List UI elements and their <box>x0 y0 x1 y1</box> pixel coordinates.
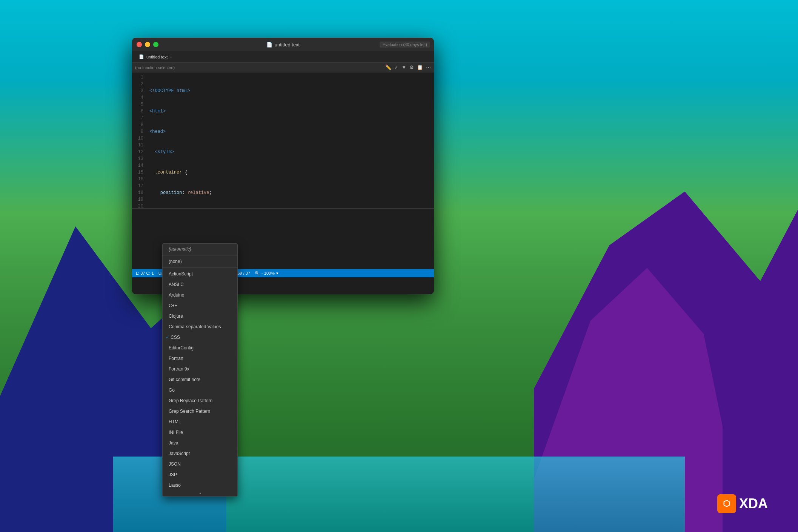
xda-icon: ⬡ <box>717 494 736 513</box>
dropdown-item-none[interactable]: (none) <box>163 256 237 267</box>
dropdown-item-javascript[interactable]: JavaScript <box>163 448 237 459</box>
dropdown-item-go[interactable]: Go <box>163 385 237 395</box>
dropdown-item-fortran[interactable]: Fortran <box>163 353 237 364</box>
dropdown-item-html[interactable]: HTML <box>163 417 237 427</box>
breadcrumb: (no function selected) <box>135 65 175 70</box>
dropdown-item-fortran9x[interactable]: Fortran 9x <box>163 364 237 374</box>
dropdown-item-lasso[interactable]: Lasso <box>163 480 237 490</box>
xda-logo-text: XDA <box>739 496 768 512</box>
close-button[interactable] <box>137 42 142 47</box>
dropdown-scroll: ▾ <box>163 490 237 496</box>
dropdown-item-json[interactable]: JSON <box>163 459 237 469</box>
zoom-icon: 🔍 <box>255 271 260 276</box>
editor-content-upper[interactable]: 12345 678910 1112131415 1617181920 21222… <box>132 72 434 208</box>
tab-untitled[interactable]: 📄 untitled text ⬦ <box>135 51 176 62</box>
edit-icon[interactable]: ✏️ <box>385 65 391 70</box>
toolbar-right: ✏️ ✓ ▼ ⚙ 📋 ⋯ <box>385 65 431 70</box>
desktop: ⬡ XDA 📄 untitled text Evaluation (30 day… <box>0 0 798 532</box>
dropdown-divider-1 <box>163 255 237 255</box>
editor-toolbar: (no function selected) ✏️ ✓ ▼ ⚙ 📋 ⋯ <box>132 63 434 72</box>
dropdown-item-java[interactable]: Java <box>163 438 237 448</box>
dropdown-item-jsp[interactable]: JSP <box>163 469 237 480</box>
dropdown-item-automatic[interactable]: {automatic} <box>163 244 237 254</box>
title-text: untitled text <box>275 42 300 48</box>
code-editor[interactable]: <!DOCTYPE html> <html> <head> <style> .c… <box>146 72 434 208</box>
dropdown-item-ini[interactable]: INI File <box>163 427 237 438</box>
window-title: 📄 untitled text <box>266 42 300 48</box>
arrow-icon[interactable]: ▼ <box>401 65 406 70</box>
zoom-arrow: ▾ <box>276 271 278 276</box>
line-numbers: 12345 678910 1112131415 1617181920 21222… <box>132 72 146 208</box>
evaluation-badge: Evaluation (30 days left) <box>380 42 430 48</box>
line-col: L: 37 C: 1 <box>136 271 154 275</box>
maximize-button[interactable] <box>153 42 158 47</box>
dropdown-item-grep-search[interactable]: Grep Search Pattern <box>163 406 237 417</box>
check-icon[interactable]: ✓ <box>394 65 398 70</box>
dropdown-item-clojure[interactable]: Clojure <box>163 311 237 321</box>
file-icon[interactable]: 📋 <box>417 65 423 70</box>
dropdown-item-grep-replace[interactable]: Grep Replace Pattern <box>163 395 237 406</box>
xda-logo: ⬡ XDA <box>717 494 768 513</box>
title-bar: 📄 untitled text Evaluation (30 days left… <box>132 38 434 51</box>
syntax-dropdown: {automatic} (none) ActionScript ANSI C A… <box>162 243 238 497</box>
zoom-text: - 100% <box>261 271 275 275</box>
title-icon: 📄 <box>266 42 272 48</box>
dropdown-item-editorconfig[interactable]: EditorConfig <box>163 343 237 353</box>
status-position[interactable]: L: 37 C: 1 <box>136 271 154 275</box>
window-controls <box>137 42 158 47</box>
tab-label: untitled text <box>146 55 168 59</box>
minimize-button[interactable] <box>145 42 150 47</box>
dropdown-item-arduino[interactable]: Arduino <box>163 290 237 300</box>
status-zoom[interactable]: 🔍 - 100% ▾ <box>255 271 278 276</box>
dropdown-divider-2 <box>163 268 237 268</box>
more-icon[interactable]: ⋯ <box>426 65 431 70</box>
dropdown-item-gitcommit[interactable]: Git commit note <box>163 374 237 385</box>
dropdown-item-css[interactable]: CSS <box>163 332 237 343</box>
settings-icon[interactable]: ⚙ <box>409 65 414 70</box>
dropdown-item-ansic[interactable]: ANSI C <box>163 279 237 290</box>
dropdown-item-csv[interactable]: Comma-separated Values <box>163 321 237 332</box>
tab-icon: 📄 <box>139 54 144 59</box>
tab-split-icon: ⬦ <box>170 55 172 59</box>
dropdown-item-actionscript[interactable]: ActionScript <box>163 269 237 279</box>
dropdown-item-cpp[interactable]: C++ <box>163 300 237 311</box>
tab-bar: 📄 untitled text ⬦ <box>132 51 434 63</box>
